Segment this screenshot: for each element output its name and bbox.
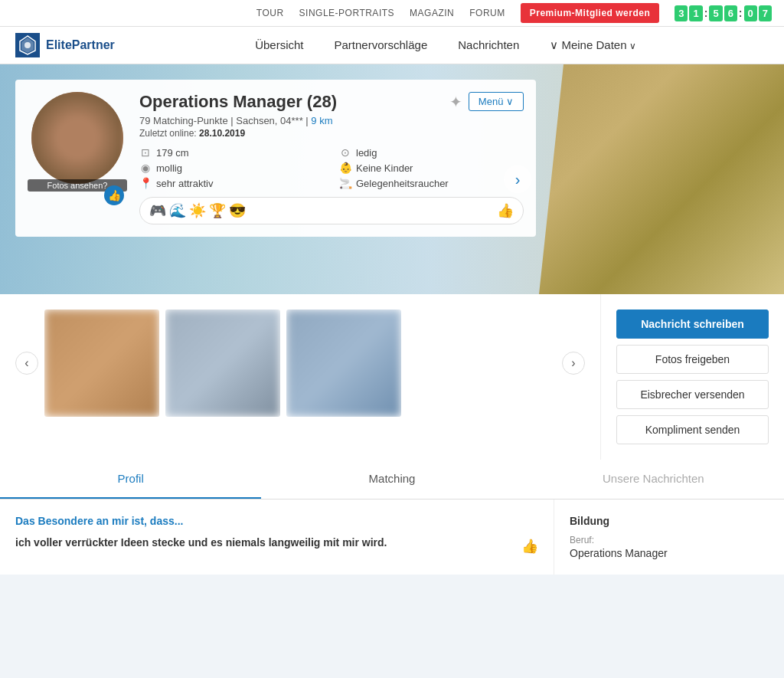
logo[interactable]: ElitePartner: [15, 33, 122, 57]
timer-s2: 7: [759, 5, 772, 21]
profile-right-panel: Bildung Beruf: Operations Manager: [554, 499, 784, 575]
smoking-icon: 🚬: [339, 177, 351, 189]
timer-m2: 6: [724, 5, 737, 21]
beruf-value: Operations Manager: [570, 547, 769, 559]
timer-h1: 3: [675, 5, 688, 21]
profile-tabs: Profil Matching Unsere Nachrichten: [0, 460, 784, 499]
nav-magazin[interactable]: MAGAZIN: [410, 8, 454, 18]
smoking-value: Gelegenheitsraucher: [356, 178, 449, 189]
gallery-container: ‹ ›: [15, 310, 585, 417]
height-value: 179 cm: [156, 147, 189, 159]
ruler-icon: ⊡: [139, 146, 152, 159]
location: Sachsen, 04***: [236, 115, 302, 126]
countdown-timer: 3 1 : 5 6 : 0 7: [675, 5, 772, 21]
profile-card: Fotos ansehen? 👍 Operations Manager (28)…: [15, 80, 536, 237]
nav-nachrichten[interactable]: Nachrichten: [458, 35, 519, 55]
timer-h2: 1: [689, 5, 702, 21]
profile-online-status: Zuletzt online: 28.10.2019: [139, 128, 524, 139]
emoji-bar: 🎮🌊☀️🏆😎 👍: [139, 197, 524, 224]
besondere-text-row: ich voller verrückter Ideen stecke und e…: [15, 535, 538, 557]
gallery-next-button[interactable]: ›: [562, 352, 585, 375]
gallery-photo-1[interactable]: [44, 310, 159, 417]
profile-top-row: Operations Manager (28) ✦ Menü ∨: [139, 92, 524, 112]
detail-smoking: 🚬 Gelegenheitsraucher: [339, 177, 524, 189]
photo-blur-3: [286, 310, 401, 417]
relationship-value: ledig: [356, 147, 377, 159]
build-value: mollig: [156, 162, 182, 174]
main-nav-links: Übersicht Partnervorschläge Nachrichten …: [122, 35, 769, 55]
logo-icon: [15, 33, 40, 57]
premium-button[interactable]: Premium-Mitglied werden: [521, 3, 660, 23]
photo-blur-2: [165, 310, 280, 417]
logo-text: ElitePartner: [46, 38, 115, 52]
profile-sub-info: 79 Matching-Punkte | Sachsen, 04*** | 9 …: [139, 115, 524, 126]
menu-button[interactable]: Menü ∨: [469, 92, 524, 111]
nav-ubersicht[interactable]: Übersicht: [255, 35, 303, 55]
profile-avatar-section: Fotos ansehen? 👍: [28, 92, 127, 207]
gallery-next-hero-icon[interactable]: ›: [504, 165, 531, 193]
avatar-like-icon[interactable]: 👍: [104, 185, 124, 205]
tab-matching[interactable]: Matching: [261, 460, 522, 499]
online-label: Zuletzt online:: [139, 128, 197, 139]
timer-sep2: :: [739, 7, 743, 19]
gallery-prev-button[interactable]: ‹: [15, 352, 38, 375]
children-value: Keine Kinder: [356, 162, 413, 174]
hero-section: Fotos ansehen? 👍 Operations Manager (28)…: [0, 64, 784, 294]
kompliment-button[interactable]: Kompliment senden: [616, 415, 769, 444]
attractiveness-icon: 📍: [139, 177, 152, 189]
nav-partnervorschlage[interactable]: Partnervorschläge: [335, 35, 428, 55]
detail-children: 👶 Keine Kinder: [339, 162, 524, 174]
profile-name: Operations Manager (28): [139, 92, 337, 112]
eisbrecher-button[interactable]: Eisbrecher versenden: [616, 380, 769, 409]
timer-sep1: :: [704, 7, 708, 19]
top-nav: TOUR SINGLE-PORTRAITS MAGAZIN FORUM Prem…: [0, 0, 784, 27]
tab-nachrichten[interactable]: Unsere Nachrichten: [523, 460, 784, 499]
detail-relationship: ⊙ ledig: [339, 146, 524, 159]
detail-build: ◉ mollig: [139, 162, 324, 174]
timer-s1: 0: [744, 5, 757, 21]
beruf-label: Beruf:: [570, 535, 769, 545]
children-icon: 👶: [339, 162, 351, 174]
action-buttons-panel: Nachricht schreiben Fotos freigeben Eisb…: [600, 294, 784, 460]
profile-details-grid: ⊡ 179 cm ⊙ ledig ◉ mollig 👶 Keine Kinder…: [139, 146, 524, 189]
main-nav: ElitePartner Übersicht Partnervorschläge…: [0, 27, 784, 64]
profile-emojis: 🎮🌊☀️🏆😎: [149, 202, 249, 219]
nav-tour[interactable]: TOUR: [256, 8, 284, 18]
besondere-like-icon[interactable]: 👍: [521, 536, 538, 557]
online-date: 28.10.2019: [199, 128, 245, 139]
photo-blur-1: [44, 310, 159, 417]
bildung-title: Bildung: [570, 515, 769, 527]
fotos-button[interactable]: Fotos freigeben: [616, 345, 769, 374]
body-icon: ◉: [139, 162, 152, 174]
nav-forum[interactable]: FORUM: [469, 8, 505, 18]
avatar-blur-overlay: [31, 92, 123, 184]
timer-m1: 5: [709, 5, 722, 21]
detail-attractiveness: 📍 sehr attraktiv: [139, 177, 324, 189]
svg-point-0: [24, 42, 31, 48]
gallery-section: ‹ ›: [0, 294, 600, 460]
detail-height: ⊡ 179 cm: [139, 146, 324, 159]
gallery-actions-row: ‹ › Nachricht schreiben Fotos freigeben …: [0, 294, 784, 460]
avatar[interactable]: [31, 92, 123, 184]
profile-content: Das Besondere an mir ist, dass... ich vo…: [0, 499, 784, 575]
bookmark-icon[interactable]: ✦: [449, 93, 462, 111]
nav-meine-daten[interactable]: ∨ Meine Daten: [550, 35, 636, 55]
hero-grass-decoration: [539, 64, 784, 294]
profile-info: Operations Manager (28) ✦ Menü ∨ 79 Matc…: [139, 92, 524, 224]
distance: 9 km: [311, 115, 332, 126]
tab-profil[interactable]: Profil: [0, 460, 261, 499]
gallery-photo-2[interactable]: [165, 310, 280, 417]
emoji-like-icon[interactable]: 👍: [497, 202, 514, 219]
nav-single-portraits[interactable]: SINGLE-PORTRAITS: [299, 8, 394, 18]
besondere-title: Das Besondere an mir ist, dass...: [15, 515, 538, 527]
besondere-text: ich voller verrückter Ideen stecke und e…: [15, 535, 387, 551]
ring-icon: ⊙: [339, 146, 351, 159]
profile-left-panel: Das Besondere an mir ist, dass... ich vo…: [0, 499, 554, 575]
gallery-photos: [44, 310, 556, 417]
matching-points: 79 Matching-Punkte: [139, 115, 228, 126]
nachricht-button[interactable]: Nachricht schreiben: [616, 310, 769, 339]
gallery-photo-3[interactable]: [286, 310, 401, 417]
attractiveness-value: sehr attraktiv: [156, 178, 213, 189]
